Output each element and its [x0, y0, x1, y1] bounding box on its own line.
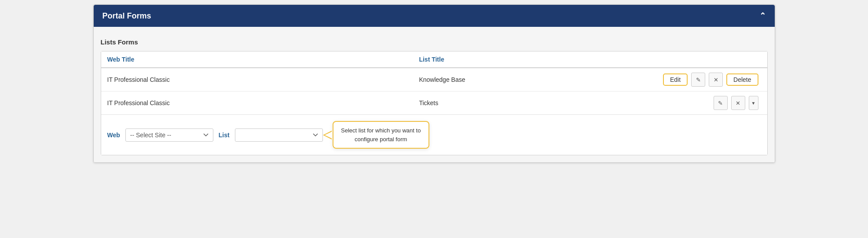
row1-list-title: Knowledge Base [413, 68, 657, 92]
portal-forms-widget: Portal Forms ⌃ Lists Forms Web Title Lis… [93, 4, 775, 163]
tooltip-text: Select list for which you want to config… [341, 127, 421, 143]
close-icon-button-row2[interactable]: ✕ [731, 96, 745, 110]
pencil-icon: ✎ [718, 100, 723, 106]
web-site-select[interactable]: -- Select Site -- [125, 128, 213, 142]
col-actions [657, 51, 767, 68]
list-select[interactable] [235, 128, 323, 142]
edit-button-row1[interactable]: Edit [663, 73, 688, 86]
portal-body: Lists Forms Web Title List Title IT Prof… [94, 27, 775, 162]
tooltip-container: Select list for which you want to config… [333, 121, 429, 149]
col-web-title: Web Title [101, 51, 413, 68]
pencil-icon: ✎ [696, 77, 701, 83]
section-title: Lists Forms [101, 34, 768, 51]
portal-title: Portal Forms [103, 11, 151, 21]
table-row: IT Professional Classic Knowledge Base E… [101, 68, 767, 92]
collapse-icon[interactable]: ⌃ [759, 11, 766, 21]
close-icon: ✕ [736, 100, 740, 106]
list-label: List [219, 132, 230, 139]
chevron-down-icon: ▼ [751, 101, 756, 106]
row1-web-title: IT Professional Classic [101, 68, 413, 92]
row2-web-title: IT Professional Classic [101, 92, 413, 115]
table-row: IT Professional Classic Tickets ✎ ✕ [101, 92, 767, 115]
lists-forms-table-wrapper: Web Title List Title IT Professional Cla… [101, 51, 768, 155]
web-label: Web [107, 132, 120, 139]
row1-actions-cell: Edit ✎ ✕ Delete [657, 68, 767, 92]
table-header-row: Web Title List Title [101, 51, 767, 68]
close-icon-button-row1[interactable]: ✕ [709, 73, 723, 87]
footer-row: Web -- Select Site -- List Select list f… [101, 114, 767, 155]
scroll-down-button[interactable]: ▼ [749, 96, 758, 110]
delete-button-row1[interactable]: Delete [726, 73, 758, 86]
portal-header: Portal Forms ⌃ [94, 5, 775, 27]
lists-forms-table: Web Title List Title IT Professional Cla… [101, 51, 767, 114]
tooltip-box: Select list for which you want to config… [333, 121, 429, 149]
edit-icon-button-row1[interactable]: ✎ [691, 73, 705, 87]
row2-list-title: Tickets [413, 92, 657, 115]
tooltip-arrow-inner [325, 132, 332, 139]
close-icon: ✕ [714, 77, 718, 83]
col-list-title: List Title [413, 51, 657, 68]
row2-actions-cell: ✎ ✕ ▼ [657, 92, 767, 115]
edit-icon-button-row2[interactable]: ✎ [714, 96, 728, 110]
